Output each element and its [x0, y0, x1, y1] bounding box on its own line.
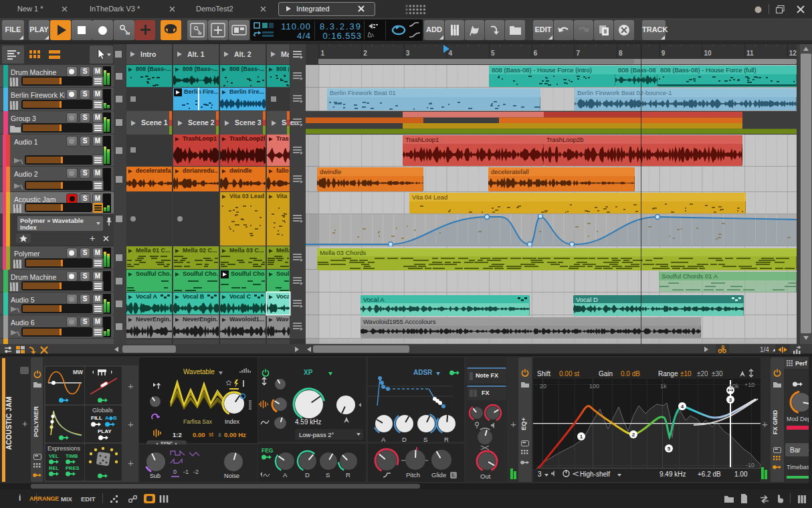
- svg-text:4: 4: [681, 404, 684, 410]
- svg-text:w: w: [197, 31, 202, 35]
- svg-text:1k: 1k: [660, 383, 667, 390]
- svg-text:-10: -10: [746, 462, 754, 469]
- svg-text:1: 1: [580, 434, 583, 440]
- svg-text:Perf: Perf: [795, 360, 808, 367]
- svg-text:20: 20: [540, 383, 546, 390]
- svg-text:3: 3: [729, 397, 732, 403]
- svg-text:100: 100: [589, 383, 599, 390]
- svg-text:w: w: [125, 30, 130, 36]
- svg-text:10k: 10k: [729, 383, 739, 390]
- svg-text:+10: +10: [744, 382, 754, 388]
- svg-text:5: 5: [668, 446, 671, 452]
- svg-text:2: 2: [632, 432, 635, 438]
